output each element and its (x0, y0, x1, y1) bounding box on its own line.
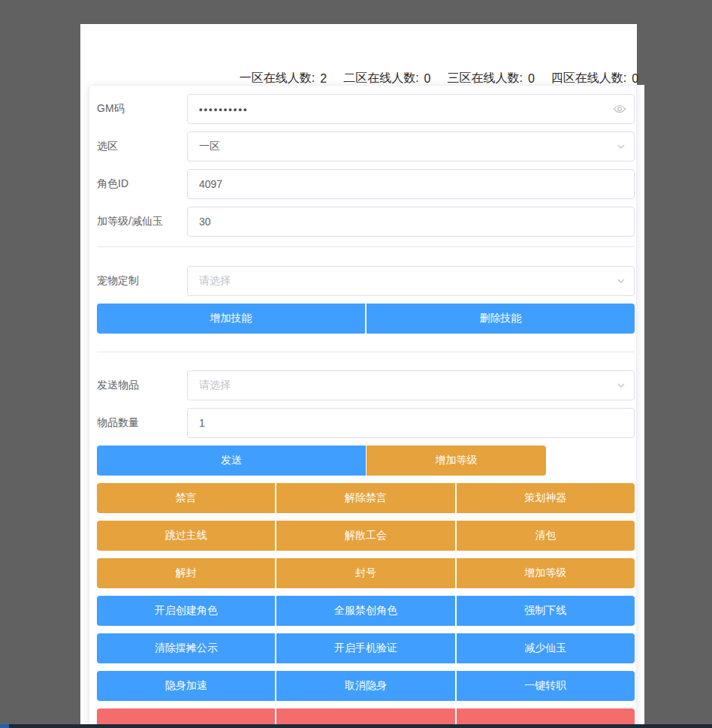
divider (97, 246, 635, 247)
skip-mainline-button[interactable]: 跳过主线 (97, 521, 275, 551)
send-item-label: 发送物品 (97, 379, 187, 392)
zone2-online-label: 二区在线人数: (343, 71, 418, 86)
zone3-online-count: 三区在线人数: 0 (448, 71, 535, 86)
action-row-2: 跳过主线 解散工会 清包 (97, 521, 635, 551)
pet-custom-row: 宠物定制 请选择 (97, 266, 635, 296)
role-id-row: 角色ID 4097 (97, 169, 635, 199)
action-row-3: 解封 封号 增加等级 (97, 558, 635, 588)
send-button-bar: 发送 增加等级 (97, 446, 635, 476)
enable-phone-verify-button[interactable]: 开启手机验证 (276, 633, 454, 663)
chevron-down-icon (616, 276, 626, 286)
level-jade-input[interactable]: 30 (187, 207, 635, 237)
cancel-stealth-button[interactable]: 取消隐身 (276, 671, 454, 701)
zone1-online-label: 一区在线人数: (240, 71, 315, 86)
disband-guild-button[interactable]: 解散工会 (276, 521, 454, 551)
zone4-online-count: 四区在线人数: 0 (551, 71, 638, 86)
send-button[interactable]: 发送 (97, 446, 366, 476)
unmute-button[interactable]: 解除禁言 (276, 483, 454, 513)
remove-skill-button[interactable]: 删除技能 (367, 304, 635, 334)
zone-select-value: 一区 (199, 140, 220, 153)
mute-button[interactable]: 禁言 (97, 483, 275, 513)
gm-code-row: GM码 •••••••••• (97, 94, 635, 124)
item-count-row: 物品数量 1 (97, 408, 635, 438)
taskbar-accent (0, 724, 9, 728)
clear-stall-notice-button[interactable]: 清除摆摊公示 (97, 633, 275, 663)
reduce-jade-button[interactable]: 减少仙玉 (457, 633, 635, 663)
action-row-6: 隐身加速 取消隐身 一键转职 (97, 671, 635, 701)
zone-select-row: 选区 一区 (97, 131, 635, 162)
pet-custom-label: 宠物定制 (97, 274, 187, 288)
forbid-create-role-button[interactable]: 全服禁创角色 (276, 596, 454, 626)
add-level-button[interactable]: 增加等级 (367, 446, 546, 476)
zone2-online-count: 二区在线人数: 0 (343, 71, 430, 86)
divider (97, 352, 635, 352)
item-count-value: 1 (199, 417, 205, 429)
add-skill-button[interactable]: 增加技能 (97, 304, 365, 334)
increase-level-button[interactable]: 增加等级 (457, 558, 635, 588)
item-count-input[interactable]: 1 (187, 408, 635, 438)
scrollbar-track[interactable] (637, 85, 644, 728)
send-item-placeholder: 请选择 (199, 379, 231, 392)
stealth-speed-button[interactable]: 隐身加速 (97, 671, 275, 701)
gm-code-label: GM码 (97, 102, 187, 116)
chevron-down-icon (616, 380, 626, 391)
zone-select[interactable]: 一区 (187, 131, 635, 162)
planner-tool-button[interactable]: 策划神器 (457, 483, 635, 513)
action-row-1: 禁言 解除禁言 策划神器 (97, 483, 635, 513)
taskbar-edge (0, 724, 712, 728)
send-item-select[interactable]: 请选择 (187, 370, 635, 400)
ban-button[interactable]: 封号 (276, 558, 454, 588)
zone2-online-value: 0 (424, 72, 431, 86)
send-item-row: 发送物品 请选择 (97, 370, 635, 400)
action-row-4: 开启创建角色 全服禁创角色 强制下线 (97, 596, 635, 626)
role-id-value: 4097 (199, 178, 222, 190)
zone1-online-count: 一区在线人数: 2 (240, 71, 327, 86)
one-key-class-change-button[interactable]: 一键转职 (457, 671, 635, 701)
role-id-input[interactable]: 4097 (187, 169, 635, 199)
zone4-online-value: 0 (632, 72, 638, 86)
unban-button[interactable]: 解封 (97, 558, 275, 588)
pet-custom-placeholder: 请选择 (199, 274, 231, 288)
zone3-online-value: 0 (528, 72, 535, 86)
level-jade-label: 加等级/减仙玉 (97, 215, 187, 228)
role-id-label: 角色ID (97, 177, 187, 191)
gm-code-input[interactable]: •••••••••• (187, 94, 635, 124)
enable-create-role-button[interactable]: 开启创建角色 (97, 596, 275, 626)
gm-form-card: GM码 •••••••••• 选区 一区 角色ID 4097 加等级/减仙玉 3… (89, 85, 637, 728)
clear-bag-button[interactable]: 清包 (457, 521, 635, 551)
action-row-5: 清除摆摊公示 开启手机验证 减少仙玉 (97, 633, 635, 663)
force-offline-button[interactable]: 强制下线 (457, 596, 635, 626)
level-jade-row: 加等级/减仙玉 30 (97, 207, 635, 237)
zone1-online-value: 2 (320, 72, 327, 86)
pet-custom-select[interactable]: 请选择 (187, 266, 635, 296)
zone-select-label: 选区 (97, 140, 187, 153)
chevron-down-icon (616, 141, 626, 152)
item-count-label: 物品数量 (97, 416, 187, 430)
zone4-online-label: 四区在线人数: (551, 71, 626, 86)
eye-icon[interactable] (613, 104, 626, 114)
skill-button-bar: 增加技能 删除技能 (97, 304, 635, 334)
level-jade-value: 30 (199, 216, 211, 228)
gm-code-value: •••••••••• (199, 104, 249, 115)
zone3-online-label: 三区在线人数: (448, 71, 523, 86)
